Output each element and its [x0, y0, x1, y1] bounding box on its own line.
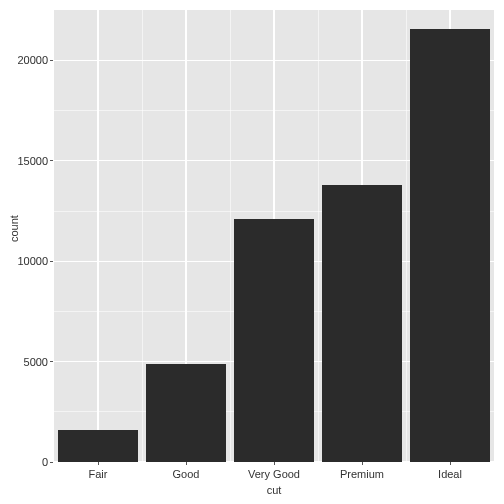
x-tick-mark — [186, 462, 187, 465]
x-tick-label: Very Good — [248, 468, 300, 480]
y-tick-mark — [50, 361, 53, 362]
y-tick-mark — [50, 60, 53, 61]
x-tick-mark — [450, 462, 451, 465]
gridline-minor — [230, 10, 231, 462]
gridline-minor — [142, 10, 143, 462]
y-tick-mark — [50, 261, 53, 262]
bar-good — [146, 364, 225, 462]
x-tick-label: Fair — [89, 468, 108, 480]
bar-very-good — [234, 219, 313, 462]
y-tick-label: 0 — [42, 456, 48, 468]
y-axis-title: count — [8, 226, 20, 242]
plot-panel — [54, 10, 494, 462]
bar-premium — [322, 185, 401, 462]
gridline-major — [97, 10, 98, 462]
bar-ideal — [410, 29, 489, 462]
y-tick-mark — [50, 160, 53, 161]
gridline-minor — [406, 10, 407, 462]
y-tick-label: 20000 — [17, 54, 48, 66]
x-tick-mark — [98, 462, 99, 465]
x-tick-label: Ideal — [438, 468, 462, 480]
y-tick-label: 15000 — [17, 155, 48, 167]
x-tick-label: Premium — [340, 468, 384, 480]
bar-chart: 05000100001500020000 FairGoodVery GoodPr… — [0, 0, 504, 504]
x-tick-mark — [274, 462, 275, 465]
gridline-minor — [318, 10, 319, 462]
y-tick-label: 10000 — [17, 255, 48, 267]
bar-fair — [58, 430, 137, 462]
x-axis-title: cut — [254, 484, 294, 496]
x-tick-label: Good — [173, 468, 200, 480]
y-tick-label: 5000 — [24, 356, 48, 368]
y-tick-mark — [50, 462, 53, 463]
x-tick-mark — [362, 462, 363, 465]
